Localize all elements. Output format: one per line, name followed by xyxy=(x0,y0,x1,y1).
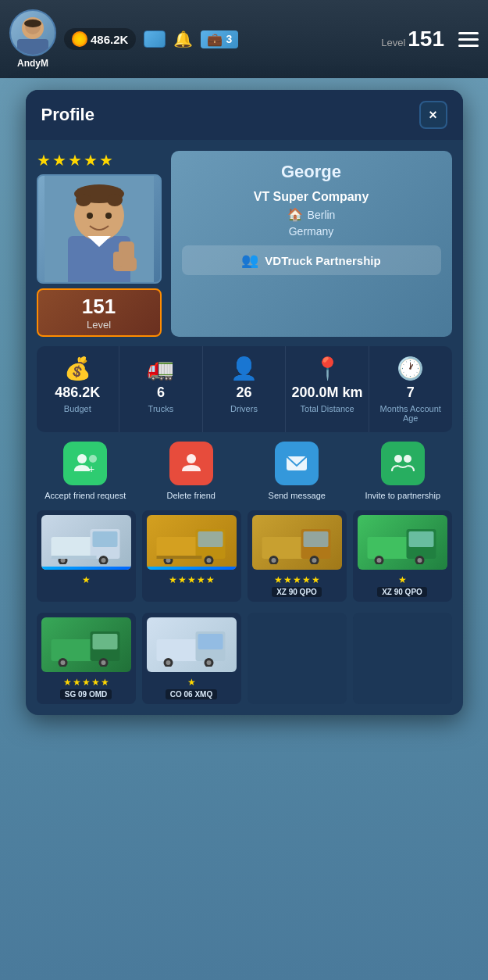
svg-point-17 xyxy=(89,455,97,463)
truck-star-1-1: ★ xyxy=(82,574,91,585)
company-row: VT Super Company 🏠 Berlin Germany xyxy=(182,190,441,238)
player-name: George xyxy=(182,162,441,182)
close-button[interactable]: × xyxy=(419,101,447,129)
house-icon: 🏠 xyxy=(287,207,303,222)
drivers-label: Drivers xyxy=(230,404,258,413)
svg-rect-8 xyxy=(113,252,123,267)
location-city: Berlin xyxy=(308,209,336,221)
delete-friend-label: Delete friend xyxy=(167,490,216,501)
invite-partnership-button[interactable]: Invite to partnership xyxy=(354,442,452,501)
svg-rect-25 xyxy=(92,531,117,547)
location-row: 🏠 Berlin xyxy=(287,207,336,222)
svg-rect-30 xyxy=(51,556,96,559)
profile-info: George VT Super Company 🏠 Berlin Germany… xyxy=(171,151,452,337)
svg-rect-46 xyxy=(367,537,410,559)
truck-stars-1: ★ xyxy=(82,574,91,585)
trucks-value: 6 xyxy=(157,384,165,401)
stats-bar: 💰 486.2K Budget 🚛 6 Trucks 👤 26 Drivers … xyxy=(37,346,452,432)
svg-point-57 xyxy=(60,660,65,665)
svg-rect-60 xyxy=(156,639,199,661)
truck-highlight-1 xyxy=(41,567,131,570)
star-4: ★ xyxy=(84,151,98,170)
svg-point-37 xyxy=(206,558,211,563)
stat-budget: 💰 486.2K Budget xyxy=(37,346,120,432)
truck-highlight-2 xyxy=(147,567,237,570)
truck-plate-4: XZ 90 QPO xyxy=(377,587,427,597)
svg-rect-48 xyxy=(408,531,433,547)
modal-overlay: Profile × ★ ★ ★ ★ ★ xyxy=(0,0,488,980)
truck-card-5[interactable]: ★ ★ ★ ★ ★ SG 09 OMD xyxy=(37,613,136,704)
truck-card-3[interactable]: ★ ★ ★ ★ ★ XZ 90 QPO xyxy=(248,510,347,602)
truck-image-5 xyxy=(41,617,131,672)
truck-card-2[interactable]: ★ ★ ★ ★ ★ xyxy=(142,510,241,602)
accept-friend-label: Accept friend request xyxy=(45,490,126,501)
close-icon: × xyxy=(429,107,437,123)
budget-label: Budget xyxy=(64,404,91,413)
delete-friend-icon xyxy=(169,442,213,485)
partnership-icon: 👥 xyxy=(241,252,258,269)
trucks-label: Trucks xyxy=(148,404,174,413)
level-badge-label: Level xyxy=(48,319,151,331)
trucks-icon: 🚛 xyxy=(147,356,174,381)
trucks-grid-row2: ★ ★ ★ ★ ★ SG 09 OMD xyxy=(37,613,452,704)
distance-icon: 📍 xyxy=(314,356,341,381)
truck-card-1[interactable]: ★ xyxy=(37,510,136,602)
svg-point-43 xyxy=(271,558,276,563)
stat-age: 🕐 7 Months Account Age xyxy=(369,346,452,432)
svg-point-19 xyxy=(187,454,196,463)
modal-header: Profile × xyxy=(26,90,463,140)
truck-card-4[interactable]: ★ XZ 90 QPO xyxy=(353,510,452,602)
truck-stars-4: ★ xyxy=(398,574,407,585)
send-message-icon xyxy=(275,442,319,485)
svg-point-66 xyxy=(206,660,211,665)
stat-trucks: 🚛 6 Trucks xyxy=(119,346,203,432)
svg-rect-31 xyxy=(156,537,199,559)
invite-partnership-icon xyxy=(381,442,425,485)
svg-point-45 xyxy=(312,558,316,563)
svg-rect-53 xyxy=(51,639,94,661)
truck-stars-2: ★ ★ ★ ★ ★ xyxy=(169,574,215,585)
truck-image-2 xyxy=(147,515,237,570)
star-5: ★ xyxy=(99,151,113,170)
profile-section: ★ ★ ★ ★ ★ xyxy=(26,140,463,337)
svg-point-16 xyxy=(77,454,87,463)
rating-stars: ★ ★ ★ ★ ★ xyxy=(37,151,162,170)
svg-rect-38 xyxy=(156,556,201,559)
svg-point-14 xyxy=(105,213,112,219)
drivers-icon: 👤 xyxy=(230,356,258,381)
level-badge-number: 151 xyxy=(82,295,116,318)
svg-point-21 xyxy=(394,455,402,463)
drivers-value: 26 xyxy=(236,384,251,401)
distance-label: Total Distance xyxy=(301,404,354,413)
svg-point-64 xyxy=(166,660,170,665)
svg-rect-39 xyxy=(262,537,305,559)
svg-rect-23 xyxy=(51,537,94,559)
svg-rect-33 xyxy=(198,531,223,547)
truck-slot-empty-2 xyxy=(353,613,452,704)
profile-avatar-section: ★ ★ ★ ★ ★ xyxy=(37,151,162,337)
truck-plate-5: SG 09 OMD xyxy=(60,689,112,699)
svg-point-29 xyxy=(101,558,105,563)
budget-icon: 💰 xyxy=(64,356,91,381)
profile-modal: Profile × ★ ★ ★ ★ ★ xyxy=(26,90,463,715)
truck-star-2-3: ★ xyxy=(187,574,196,585)
stat-drivers: 👤 26 Drivers xyxy=(203,346,287,432)
truck-card-6[interactable]: ★ CO 06 XMQ xyxy=(142,613,241,704)
truck-stars-6: ★ xyxy=(187,677,196,688)
truck-star-2-4: ★ xyxy=(197,574,205,585)
send-message-button[interactable]: Send message xyxy=(248,442,347,501)
delete-friend-button[interactable]: Delete friend xyxy=(142,442,240,501)
age-icon: 🕐 xyxy=(397,356,424,381)
player-portrait xyxy=(37,174,162,284)
partnership-name: VDTruck Partnership xyxy=(265,254,380,267)
truck-stars-5: ★ ★ ★ ★ ★ xyxy=(63,677,109,688)
trucks-grid-row1: ★ xyxy=(37,510,452,602)
truck-image-4 xyxy=(358,515,447,570)
level-badge: 151 Level xyxy=(37,288,162,337)
svg-rect-41 xyxy=(303,531,328,547)
modal-title: Profile xyxy=(41,105,94,125)
age-label: Months Account Age xyxy=(374,404,447,423)
svg-point-59 xyxy=(101,660,105,665)
accept-friend-button[interactable]: + Accept friend request xyxy=(37,442,135,501)
invite-partnership-label: Invite to partnership xyxy=(365,490,440,501)
